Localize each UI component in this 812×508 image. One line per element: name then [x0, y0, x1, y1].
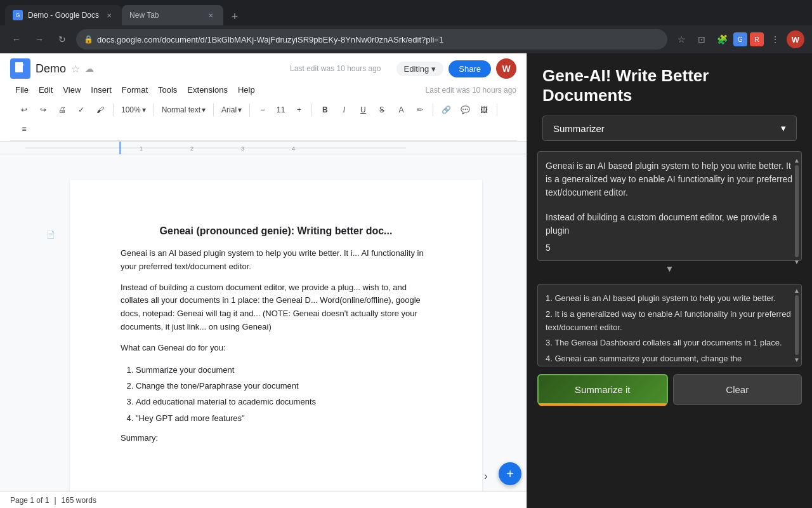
editing-dropdown[interactable]: Editing ▾: [396, 62, 444, 76]
chat-button[interactable]: +: [499, 462, 521, 485]
redo-button[interactable]: ↪: [34, 101, 52, 119]
summarize-button[interactable]: Summarize it: [537, 374, 668, 405]
svg-text:3: 3: [241, 145, 244, 152]
expand-button[interactable]: ›: [477, 467, 495, 485]
undo-button[interactable]: ↩: [15, 101, 33, 119]
list-item-4: "Hey GPT add more features": [136, 411, 431, 425]
link-button[interactable]: 🔗: [437, 101, 455, 119]
menu-format[interactable]: Format: [117, 83, 153, 97]
menu-help[interactable]: Help: [233, 83, 260, 97]
align-button[interactable]: ≡: [15, 120, 33, 138]
underline-button[interactable]: U: [354, 101, 372, 119]
extension-btn-2[interactable]: R: [750, 32, 764, 46]
output-scroll-thumb[interactable]: [795, 295, 799, 355]
font-select[interactable]: Arial ▾: [218, 104, 246, 116]
editing-chevron-icon: ▾: [431, 64, 436, 74]
geneai-header: Gene-AI! Write Better Documents Summariz…: [527, 53, 812, 151]
nav-bar: ← → ↻ 🔒 docs.google.com/document/d/1BkGl…: [0, 25, 812, 53]
new-tab-button[interactable]: +: [226, 8, 244, 25]
font-value: Arial: [221, 105, 237, 114]
geneai-dropdown-value: Summarizer: [553, 123, 605, 134]
menu-view[interactable]: View: [58, 83, 86, 97]
doc-what-label: What can Geneai do for you:: [121, 342, 431, 355]
output-scroll-up-icon[interactable]: ▲: [794, 287, 800, 294]
strikethrough-button[interactable]: S̶: [373, 101, 391, 119]
address-bar[interactable]: 🔒 docs.google.com/document/d/1BkGlbMAKj-…: [76, 29, 667, 50]
list-item-2: Change the tone/Paraphrase your document: [136, 378, 431, 393]
gdocs-favicon: G: [13, 10, 23, 20]
separator-6: [433, 104, 433, 116]
scroll-down-icon[interactable]: ▼: [794, 258, 800, 265]
tab-search-icon[interactable]: ⊡: [693, 30, 710, 48]
print-button[interactable]: 🖨: [53, 101, 71, 119]
geneai-input-area[interactable]: Geneai is an AI based plugin system to h…: [537, 151, 802, 261]
style-select[interactable]: Normal text ▾: [158, 104, 209, 116]
menu-insert[interactable]: Insert: [86, 83, 117, 97]
docs-star-icon[interactable]: ☆: [71, 63, 80, 75]
separator-7: [497, 104, 497, 116]
browser-chrome: G Demo - Google Docs ✕ New Tab ✕ + ← → ↻…: [0, 0, 812, 53]
output-scroll-down-icon[interactable]: ▼: [794, 356, 800, 363]
browser-actions: ☆ ⊡ 🧩 G R ⋮ W: [672, 30, 804, 48]
scroll-thumb[interactable]: [795, 165, 799, 257]
input-scrollbar[interactable]: ▲ ▼: [795, 157, 799, 265]
menu-extensions[interactable]: Extensions: [182, 83, 233, 97]
words-label: 165 words: [62, 496, 96, 505]
geneai-input-text: Geneai is an AI based plugin system to h…: [546, 159, 794, 199]
scroll-up-icon[interactable]: ▲: [794, 157, 800, 164]
list-item-3: Add educational material to academic doc…: [136, 394, 431, 409]
zoom-value: 100%: [121, 105, 141, 114]
image-button[interactable]: 🖼: [475, 101, 493, 119]
clear-button[interactable]: Clear: [673, 374, 802, 405]
zoom-select[interactable]: 100% ▾: [117, 104, 150, 116]
tab-close-1[interactable]: ✕: [104, 10, 114, 20]
geneai-dropdown-chevron-icon: ▾: [781, 123, 786, 134]
tab-bar: G Demo - Google Docs ✕ New Tab ✕ +: [0, 0, 812, 25]
tab-new-tab[interactable]: New Tab ✕: [122, 5, 223, 25]
svg-text:2: 2: [190, 145, 193, 152]
tab-demo-google-docs[interactable]: G Demo - Google Docs ✕: [5, 5, 122, 25]
bookmarks-star-icon[interactable]: ☆: [672, 30, 690, 48]
extension-btn-1[interactable]: G: [733, 32, 747, 46]
forward-button[interactable]: →: [30, 30, 48, 48]
output-scrollbar[interactable]: ▲ ▼: [795, 287, 799, 363]
tab-close-2[interactable]: ✕: [206, 10, 216, 20]
output-item-4: 4. Geneai can summarize your document, c…: [546, 352, 794, 366]
back-button[interactable]: ←: [8, 30, 25, 48]
menu-file[interactable]: File: [10, 83, 34, 97]
share-button[interactable]: Share: [449, 60, 491, 77]
comment-button[interactable]: 💬: [456, 101, 474, 119]
increase-font-button[interactable]: +: [290, 101, 308, 119]
page-icon[interactable]: 📄: [46, 231, 55, 239]
extensions-icon[interactable]: 🧩: [713, 30, 731, 48]
status-bar: Page 1 of 1 | 165 words: [0, 491, 527, 508]
geneai-output-area: 1. Geneai is an AI based plugin system t…: [537, 284, 802, 366]
user-avatar[interactable]: W: [496, 58, 516, 79]
highlight-button[interactable]: ✏: [411, 101, 429, 119]
spellcheck-button[interactable]: ✓: [72, 101, 90, 119]
bold-button[interactable]: B: [316, 101, 334, 119]
address-text: docs.google.com/document/d/1BkGlbMAKj-Wa…: [97, 35, 660, 44]
menu-tools[interactable]: Tools: [153, 83, 182, 97]
separator-4: [249, 104, 250, 116]
italic-button[interactable]: I: [335, 101, 353, 119]
font-size-value: 11: [277, 105, 285, 114]
reload-button[interactable]: ↻: [53, 30, 71, 48]
docs-title-bar: Demo ☆ ☁ Last edit was 10 hours ago Edit…: [10, 53, 516, 81]
last-edit-text: Last edit was 10 hours ago: [290, 64, 381, 73]
doc-content[interactable]: 📄 Geneai (pronounced genie): Writing bet…: [0, 154, 527, 508]
separator-1: [113, 104, 114, 116]
docs-title: Demo: [36, 62, 66, 76]
geneai-dropdown[interactable]: Summarizer ▾: [542, 116, 797, 141]
decrease-font-button[interactable]: −: [254, 101, 272, 119]
menu-edit[interactable]: Edit: [34, 83, 58, 97]
paint-format-button[interactable]: 🖌: [91, 101, 109, 119]
zoom-chevron-icon: ▾: [142, 105, 146, 114]
font-size-select[interactable]: 11: [273, 104, 289, 116]
output-item-1: 1. Geneai is an AI based plugin system t…: [546, 292, 794, 305]
text-color-button[interactable]: A: [392, 101, 410, 119]
geneai-body: Geneai is an AI based plugin system to h…: [527, 151, 812, 508]
more-icon[interactable]: ⋮: [766, 30, 784, 48]
editing-label: Editing: [404, 64, 429, 74]
profile-button[interactable]: W: [787, 30, 804, 48]
